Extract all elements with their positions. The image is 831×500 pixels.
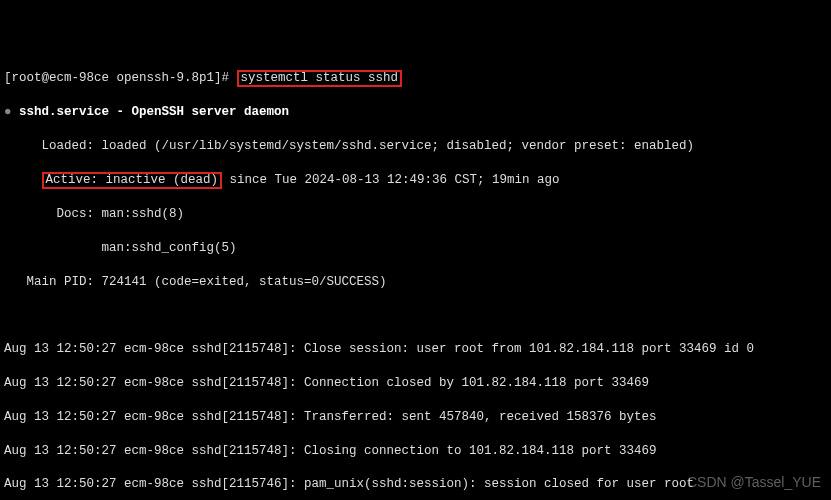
mainpid-line-1: Main PID: 724141 (code=exited, status=0/… — [4, 274, 827, 291]
active-since: since Tue 2024-08-13 12:49:36 CST; 19min… — [222, 173, 560, 187]
active-label: Active: — [46, 173, 106, 187]
highlighted-command-status: systemctl status sshd — [237, 70, 403, 88]
loaded-line-1: Loaded: loaded (/usr/lib/systemd/system/… — [4, 138, 827, 155]
blank-line-1 — [4, 308, 827, 325]
docs-line-1b: man:sshd_config(5) — [4, 240, 827, 257]
log-line: Aug 13 12:50:27 ecm-98ce sshd[2115748]: … — [4, 341, 827, 358]
command-text: systemctl status sshd — [241, 71, 399, 85]
log-line: Aug 13 12:50:27 ecm-98ce sshd[2115748]: … — [4, 409, 827, 426]
service-header-1: ● sshd.service - OpenSSH server daemon — [4, 104, 827, 121]
docs-line-1a: Docs: man:sshd(8) — [4, 206, 827, 223]
active-line-1: Active: inactive (dead) since Tue 2024-0… — [4, 172, 827, 190]
highlighted-active-inactive: Active: inactive (dead) — [42, 172, 223, 190]
service-title: sshd.service - OpenSSH server daemon — [19, 105, 289, 119]
indent — [4, 173, 42, 187]
watermark-text: CSDN @Tassel_YUE — [687, 473, 821, 492]
bullet-icon: ● — [4, 105, 19, 119]
prompt-line-1: [root@ecm-98ce openssh-9.8p1]# systemctl… — [4, 70, 827, 88]
log-line: Aug 13 12:50:27 ecm-98ce sshd[2115748]: … — [4, 443, 827, 460]
log-line: Aug 13 12:50:27 ecm-98ce sshd[2115748]: … — [4, 375, 827, 392]
prompt-text: [root@ecm-98ce openssh-9.8p1]# — [4, 71, 237, 85]
active-state-dead: inactive (dead) — [106, 173, 219, 187]
